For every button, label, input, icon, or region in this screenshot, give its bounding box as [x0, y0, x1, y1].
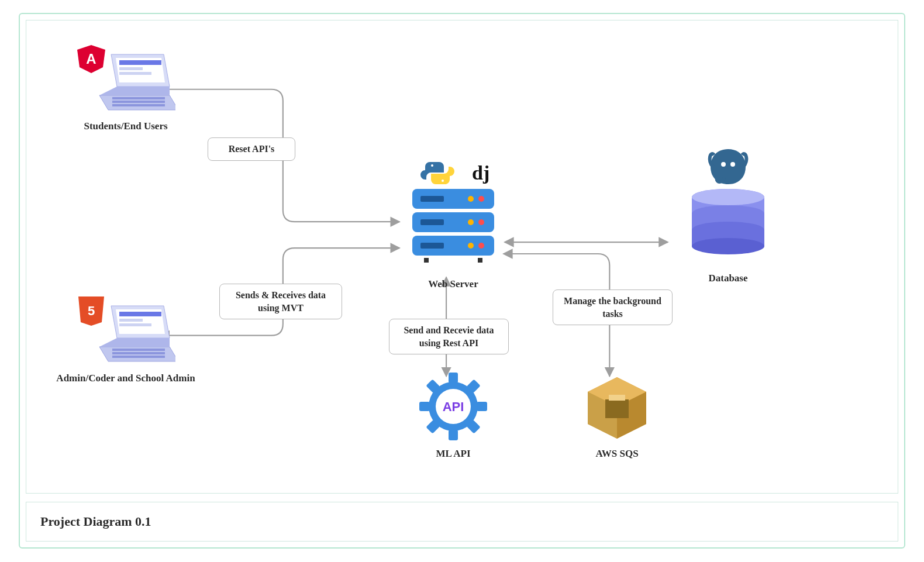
edge-label-admin-webserver: Sends & Receives data using MVT	[219, 284, 342, 319]
svg-rect-51	[419, 402, 430, 411]
node-database-label: Database	[670, 273, 787, 284]
node-awssqs-label: AWS SQS	[570, 448, 664, 460]
svg-rect-19	[112, 349, 165, 351]
svg-marker-18	[99, 338, 170, 347]
svg-point-22	[431, 164, 433, 167]
svg-point-32	[478, 219, 484, 225]
svg-rect-65	[609, 395, 625, 401]
edge-label-webserver-mlapi: Send and Recevie data using Rest API	[389, 319, 509, 354]
edge-label-webserver-sqs: Manage the background tasks	[553, 289, 673, 325]
svg-point-31	[478, 196, 484, 202]
server-icon: dj	[401, 161, 506, 272]
svg-point-48	[692, 189, 764, 205]
svg-rect-20	[112, 352, 165, 354]
svg-marker-64	[605, 399, 629, 418]
svg-text:dj: dj	[472, 162, 489, 184]
svg-rect-10	[112, 104, 165, 106]
node-webserver-label: Web Server	[395, 278, 512, 290]
svg-rect-38	[478, 258, 482, 263]
svg-point-39	[721, 162, 726, 167]
laptop-icon: 5	[76, 295, 175, 366]
api-gear-icon: API	[418, 371, 488, 442]
svg-rect-36	[420, 243, 444, 249]
svg-rect-34	[420, 196, 444, 202]
svg-rect-9	[112, 101, 165, 103]
database-icon	[678, 149, 778, 266]
svg-rect-37	[424, 258, 429, 263]
aws-sqs-icon	[582, 374, 652, 442]
node-admin-label: Admin/Coder and School Admin	[53, 372, 199, 385]
svg-text:API: API	[443, 399, 464, 414]
svg-point-33	[478, 243, 484, 249]
svg-rect-3	[119, 60, 161, 65]
svg-rect-15	[119, 319, 143, 322]
laptop-icon: A	[76, 44, 175, 114]
svg-rect-21	[112, 356, 165, 358]
svg-point-23	[442, 180, 444, 182]
node-mlapi: API ML API	[406, 371, 500, 460]
diagram-canvas: A Students/En	[26, 20, 898, 494]
svg-point-28	[468, 196, 474, 202]
svg-rect-16	[119, 323, 151, 326]
svg-point-40	[730, 162, 735, 167]
node-mlapi-label: ML API	[406, 448, 500, 460]
svg-rect-52	[477, 402, 487, 411]
node-awssqs: AWS SQS	[570, 374, 664, 460]
edge-label-students-webserver: Reset API's	[208, 137, 295, 161]
svg-point-30	[468, 243, 474, 249]
node-students: A Students/En	[61, 44, 190, 132]
svg-text:A: A	[86, 51, 96, 67]
svg-marker-7	[99, 87, 170, 95]
node-webserver: dj	[395, 161, 512, 290]
diagram-title: Project Diagram 0.1	[40, 514, 151, 529]
svg-rect-49	[449, 373, 458, 383]
svg-point-47	[692, 238, 764, 254]
node-admin: 5 Admin/Coder	[53, 295, 199, 385]
node-students-label: Students/End Users	[61, 120, 190, 132]
svg-rect-35	[420, 219, 444, 225]
svg-rect-14	[119, 312, 161, 316]
diagram-outer-frame: A Students/En	[19, 13, 905, 549]
diagram-title-bar: Project Diagram 0.1	[26, 502, 898, 542]
node-database: Database	[670, 149, 787, 284]
svg-rect-50	[449, 430, 458, 440]
svg-rect-5	[119, 72, 151, 75]
svg-text:5: 5	[88, 304, 95, 318]
svg-rect-8	[112, 97, 165, 99]
svg-point-29	[468, 219, 474, 225]
svg-rect-4	[119, 67, 143, 70]
